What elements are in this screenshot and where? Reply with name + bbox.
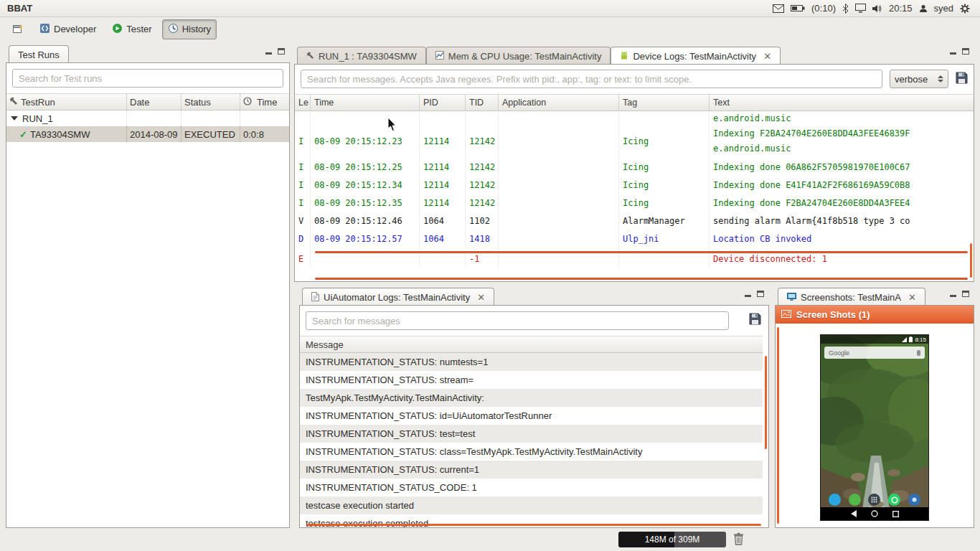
horizontal-scrollbar[interactable]	[307, 524, 761, 526]
bluetooth-icon[interactable]	[842, 4, 849, 14]
log-row[interactable]: I08-09 20:15:12.25 1211412142 Icing Inde…	[295, 158, 974, 176]
message-row[interactable]: INSTRUMENTATION_STATUS: stream=	[300, 371, 763, 389]
tab-test-runs[interactable]: Test Runs	[9, 45, 69, 64]
history-button[interactable]: History	[162, 19, 217, 39]
uiautomator-search-input[interactable]	[306, 311, 729, 330]
col-time-label: Time	[257, 97, 277, 108]
tab-uiautomator-logs[interactable]: UiAutomator Logs: TestMainActivity ✕	[302, 288, 494, 306]
expander-icon[interactable]	[11, 116, 18, 121]
apps-drawer-icon	[868, 494, 880, 506]
message-row[interactable]: testcase execution started	[300, 496, 763, 514]
col-status-label: Status	[184, 97, 211, 108]
message-row[interactable]: INSTRUMENTATION_STATUS: numtests=1	[300, 353, 763, 371]
clock-icon	[243, 97, 252, 108]
developer-button[interactable]: Developer	[34, 19, 102, 39]
developer-label: Developer	[54, 24, 96, 34]
col-text-label: Text	[713, 98, 730, 108]
system-bar: BBAT (0:10) 20:15 syed	[0, 0, 980, 17]
history-icon	[168, 23, 179, 36]
log-row[interactable]: D08-09 20:15:12.57 10641418 Ulp_jni Loca…	[295, 230, 974, 248]
uiautomator-tabbar: UiAutomator Logs: TestMainActivity ✕	[299, 286, 769, 306]
message-row[interactable]: INSTRUMENTATION_STATUS_CODE: 1	[300, 479, 763, 496]
log-level-select[interactable]: verbose	[890, 70, 948, 88]
message-row[interactable]: INSTRUMENTATION_STATUS: current=1	[300, 461, 763, 479]
test-runs-table: TestRun Date Status Time RUN_1	[6, 93, 289, 527]
tab-mem-cpu-label: Mem & CPU Usage: TestMainActivity	[448, 51, 602, 62]
log-row[interactable]: I08-09 20:15:12.35 1211412142 Icing Inde…	[295, 194, 974, 212]
save-uiautomator-logs-button[interactable]	[749, 313, 761, 327]
horizontal-scrollbar[interactable]	[315, 251, 968, 253]
mouse-cursor	[387, 118, 397, 134]
tab-mem-cpu[interactable]: Mem & CPU Usage: TestMainActivity	[426, 47, 611, 65]
log-row[interactable]: V08-09 20:15:12.46 10641102 AlarmManager…	[295, 212, 974, 230]
minimize-icon[interactable]	[745, 295, 751, 297]
screenshots-view: Screenshots: TestMainA ✕ Screen Shots (1…	[775, 286, 974, 528]
test-run-row-ta93304smw[interactable]: ✓ TA93304SMW 2014-08-09 EXECUTED 0:0:8	[6, 126, 289, 142]
message-row[interactable]: TestMyApk.TestMyActivity.TestMainActivit…	[300, 389, 763, 407]
whatsapp-icon	[888, 494, 900, 506]
display-icon[interactable]	[855, 4, 866, 13]
uiautomator-table-header[interactable]: Message	[300, 336, 763, 353]
tab-run1[interactable]: RUN_1 : TA93304SMW	[297, 47, 426, 65]
messages-app-icon	[849, 494, 861, 506]
battery-icon[interactable]	[791, 4, 805, 12]
heap-status[interactable]: 148M of 309M	[618, 532, 726, 547]
tab-device-logs-label: Device Logs: TestMainActivity	[633, 51, 756, 62]
username-label[interactable]: syed	[934, 3, 953, 14]
maximize-icon[interactable]	[962, 291, 969, 297]
tab-screenshots[interactable]: Screenshots: TestMainA ✕	[778, 288, 925, 306]
vertical-scrollbar[interactable]	[970, 243, 972, 278]
close-icon[interactable]: ✕	[477, 292, 485, 303]
tab-uiautomator-label: UiAutomator Logs: TestMainActivity	[324, 292, 470, 303]
close-icon[interactable]: ✕	[908, 292, 916, 303]
vertical-scrollbar[interactable]	[765, 356, 767, 449]
screenshot-thumbnail[interactable]: 8:15 Google	[820, 334, 929, 521]
tester-icon	[112, 23, 123, 36]
save-logs-button[interactable]	[956, 72, 968, 86]
close-icon[interactable]: ✕	[763, 51, 771, 62]
tab-device-logs[interactable]: Device Logs: TestMainActivity ✕	[611, 47, 781, 65]
status-bar: 148M of 309M	[0, 528, 980, 551]
phone-wallpaper	[821, 335, 928, 509]
garbage-collect-button[interactable]	[733, 532, 744, 547]
maximize-icon[interactable]	[757, 291, 764, 297]
test-run-row-run1[interactable]: RUN_1	[6, 110, 289, 126]
document-icon	[311, 292, 319, 303]
screenshots-count-label: Screen Shots (1)	[796, 309, 870, 320]
test-runs-table-header: TestRun Date Status Time	[6, 93, 289, 110]
run-name: RUN_1	[22, 113, 53, 124]
tester-button[interactable]: Tester	[106, 19, 157, 39]
minimize-icon[interactable]	[265, 52, 272, 55]
maximize-icon[interactable]	[278, 48, 285, 55]
test-runs-search-input[interactable]	[12, 69, 283, 88]
clock-label[interactable]: 20:15	[889, 3, 913, 14]
test-runs-tabbar: Test Runs	[6, 43, 290, 63]
run-name: TA93304SMW	[30, 129, 90, 140]
phone-dock	[821, 494, 928, 506]
tab-run1-label: RUN_1 : TA93304SMW	[319, 51, 417, 62]
message-row[interactable]: INSTRUMENTATION_STATUS: id=UiAutomatorTe…	[300, 407, 763, 425]
device-logs-search-input[interactable]	[301, 70, 882, 88]
maximize-icon[interactable]	[962, 48, 969, 55]
screenshots-tabbar: Screenshots: TestMainA ✕	[775, 286, 974, 306]
new-wizard-button[interactable]	[7, 20, 29, 38]
log-row[interactable]: I08-09 20:15:12.34 1211412142 Icing Inde…	[295, 176, 974, 194]
screenshots-section-header[interactable]: Screen Shots (1)	[776, 306, 974, 324]
minimize-icon[interactable]	[950, 52, 956, 55]
log-level-value: verbose	[895, 74, 928, 85]
home-icon	[871, 510, 878, 517]
horizontal-scrollbar[interactable]	[315, 278, 968, 280]
col-level-label: Le	[298, 98, 308, 108]
message-row[interactable]: INSTRUMENTATION_STATUS: test=test	[300, 425, 763, 443]
battery-icon	[909, 336, 913, 342]
volume-icon[interactable]	[872, 4, 882, 13]
editor-area: RUN_1 : TA93304SMW Mem & CPU Usage: Test…	[294, 43, 974, 282]
camera-app-icon	[908, 494, 920, 506]
mail-icon[interactable]	[773, 4, 784, 13]
message-row[interactable]: INSTRUMENTATION_STATUS: class=TestMyApk.…	[300, 443, 763, 461]
vertical-scrollbar[interactable]	[777, 327, 779, 524]
chart-icon	[435, 51, 444, 62]
minimize-icon[interactable]	[950, 295, 956, 297]
battery-time-label: (0:10)	[811, 3, 836, 14]
session-gear-icon[interactable]	[960, 4, 970, 14]
